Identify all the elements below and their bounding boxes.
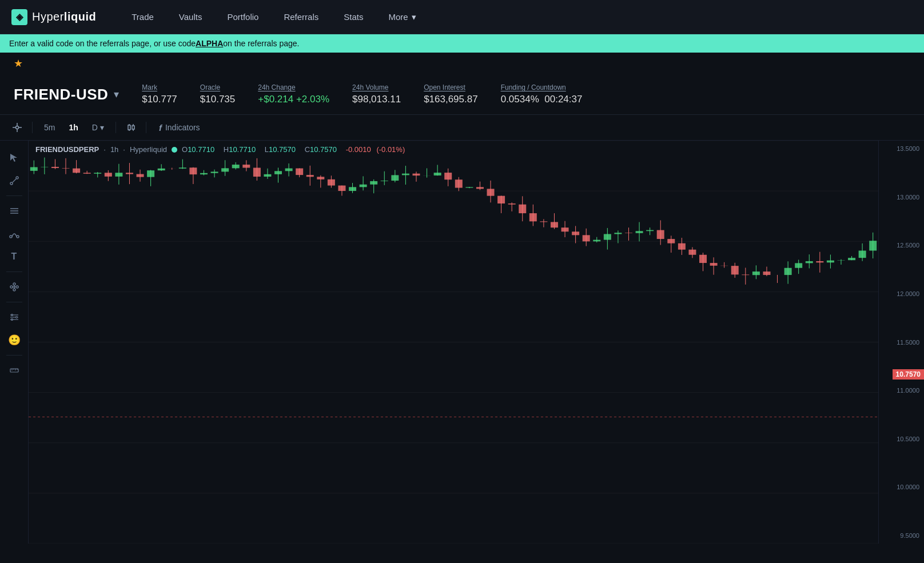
nav-referrals[interactable]: Referrals	[271, 0, 331, 34]
ticker-funding: Funding / Countdown 0.0534% 00:24:37	[501, 83, 583, 105]
crosshair-tool[interactable]	[9, 119, 25, 135]
svg-point-12	[16, 177, 18, 179]
change-value: +$0.214 +2.03%	[258, 94, 329, 105]
ticker-symbol[interactable]: FRIEND-USD ▾	[14, 86, 119, 103]
funding-value: 0.0534% 00:24:37	[501, 94, 583, 105]
svg-point-20	[13, 283, 15, 285]
current-price-label: 10.7570	[893, 369, 924, 380]
svg-point-17	[10, 235, 12, 238]
price-tick-10000: 10.0000	[879, 484, 924, 490]
svg-point-21	[16, 286, 18, 288]
ticker-oi: Open Interest $163,695.87	[424, 83, 478, 105]
oracle-label: Oracle	[200, 83, 235, 91]
price-tick-11500: 11.5000	[879, 339, 924, 346]
volume-label: 24h Volume	[352, 83, 401, 91]
ticker-row: FRIEND-USD ▾ Mark $10.777 Oracle $10.735…	[0, 74, 924, 115]
toolbar-sep-1	[32, 122, 33, 133]
navbar: ◈ Hyperliquid Trade Vaults Portfolio Ref…	[0, 0, 924, 34]
ticker-oracle: Oracle $10.735	[200, 83, 235, 105]
tool-sep-4	[6, 355, 22, 356]
alert-code-link[interactable]: ALPHA	[196, 39, 223, 48]
horizontal-line-tool[interactable]	[4, 201, 25, 221]
chevron-down-icon: ▾	[412, 12, 416, 22]
chevron-down-icon: ▾	[100, 123, 104, 132]
chart-tools: T	[0, 141, 29, 544]
nav-trade[interactable]: Trade	[119, 0, 166, 34]
timeframe-5m[interactable]: 5m	[39, 121, 59, 134]
adjust-tool[interactable]	[4, 307, 25, 328]
price-tick-13500: 13.5000	[879, 145, 924, 152]
cursor-tool[interactable]	[4, 147, 25, 168]
svg-rect-5	[128, 125, 130, 130]
svg-point-4	[16, 126, 19, 129]
toolbar-sep-3	[146, 122, 146, 133]
price-tick-9500: 9.5000	[879, 532, 924, 539]
oracle-value: $10.735	[200, 94, 235, 105]
chart-symbol: FRIENDUSDPERP	[35, 145, 99, 154]
price-tick-12000: 12.0000	[879, 290, 924, 297]
logo-text: Hyperliquid	[32, 10, 96, 23]
emoji-tool[interactable]: 🙂	[4, 330, 25, 350]
toolbar-sep-2	[115, 122, 116, 133]
ticker-name: FRIEND-USD	[14, 86, 108, 103]
tool-sep-1	[6, 195, 22, 196]
price-chart-canvas	[29, 141, 878, 544]
nav-more[interactable]: More ▾	[376, 0, 428, 34]
favorite-star[interactable]: ★	[14, 58, 23, 69]
chart-container: T	[0, 141, 924, 544]
chart-exchange: Hyperliquid	[130, 145, 167, 154]
tool-sep-2	[6, 271, 22, 272]
price-tick-11000: 11.0000	[879, 387, 924, 394]
mark-value: $10.777	[142, 94, 177, 105]
indicators-button[interactable]: f Indicators	[153, 121, 206, 134]
text-tool[interactable]: T	[4, 246, 25, 267]
alert-banner: Enter a valid code on the referrals page…	[0, 34, 924, 53]
candle-type-icon[interactable]	[123, 119, 139, 135]
logo[interactable]: ◈ Hyperliquid	[11, 9, 96, 25]
svg-point-26	[15, 317, 17, 318]
nav-vaults[interactable]: Vaults	[166, 0, 215, 34]
tool-sep-3	[6, 302, 22, 302]
funding-label: Funding / Countdown	[501, 83, 583, 91]
svg-point-19	[10, 286, 13, 288]
ticker-mark: Mark $10.777	[142, 83, 177, 105]
price-tick-13000: 13.0000	[879, 194, 924, 201]
chart-main[interactable]: FRIENDUSDPERP · 1h · Hyperliquid O10.771…	[29, 141, 878, 544]
svg-rect-8	[132, 126, 134, 129]
nav-stats[interactable]: Stats	[331, 0, 376, 34]
chart-ohlc: O10.7710 H10.7710 L10.7570 C10.7570 -0.0…	[182, 145, 412, 154]
oi-label: Open Interest	[424, 83, 478, 91]
volume-value: $98,013.11	[352, 94, 401, 105]
change-label: 24h Change	[258, 83, 329, 91]
timeframe-1h[interactable]: 1h	[64, 121, 82, 134]
ticker-dropdown-icon[interactable]: ▾	[114, 88, 119, 101]
ticker-change: 24h Change +$0.214 +2.03%	[258, 83, 329, 105]
nav-portfolio[interactable]: Portfolio	[214, 0, 271, 34]
star-row: ★	[0, 53, 924, 74]
trend-line-tool[interactable]	[4, 170, 25, 191]
nav-links: Trade Vaults Portfolio Referrals Stats M…	[119, 0, 913, 34]
chart-info: FRIENDUSDPERP · 1h · Hyperliquid O10.771…	[35, 145, 412, 154]
oi-value: $163,695.87	[424, 94, 478, 105]
mark-label: Mark	[142, 83, 177, 91]
price-tick-10500: 10.5000	[879, 436, 924, 442]
price-tick-12500: 12.5000	[879, 242, 924, 249]
svg-point-18	[17, 235, 19, 238]
svg-point-22	[13, 289, 15, 291]
ticker-volume: 24h Volume $98,013.11	[352, 83, 401, 105]
price-axis: 13.5000 13.0000 12.5000 12.0000 11.5000 …	[878, 141, 924, 544]
logo-icon: ◈	[11, 9, 27, 25]
fx-icon: f	[159, 123, 162, 133]
timeframe-d[interactable]: D ▾	[87, 121, 109, 134]
svg-line-13	[13, 179, 16, 182]
chart-timeframe: 1h	[110, 145, 118, 154]
ruler-tool[interactable]	[4, 360, 25, 381]
node-tool[interactable]	[4, 277, 25, 297]
chart-live-dot	[172, 147, 177, 153]
svg-point-11	[10, 182, 13, 185]
arc-tool[interactable]	[4, 223, 25, 244]
chart-toolbar: 5m 1h D ▾ f Indicators	[0, 115, 924, 141]
indicators-label: Indicators	[165, 123, 200, 132]
